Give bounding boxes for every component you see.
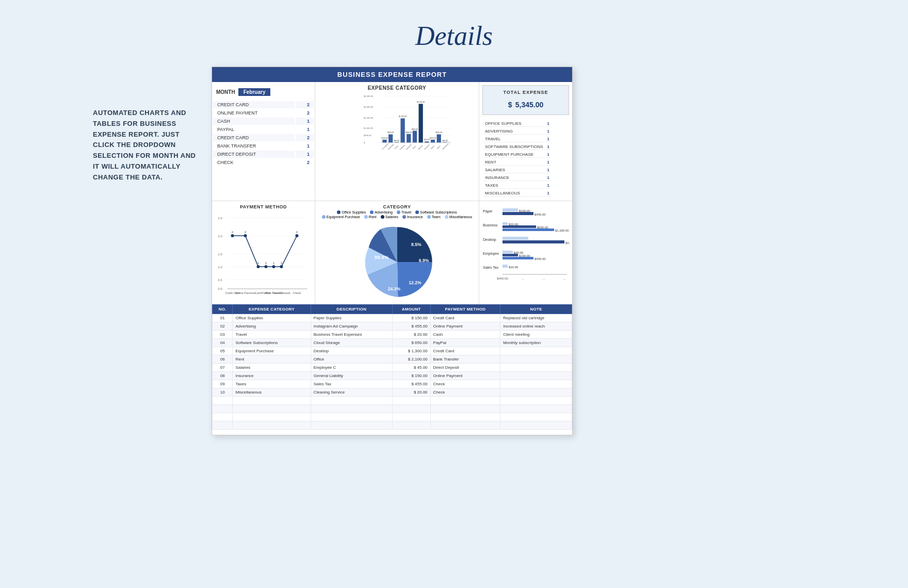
svg-rect-89 — [502, 222, 508, 225]
legend-dot — [397, 210, 400, 214]
payment-name: CASH — [213, 118, 295, 125]
cell-description: Cloud Storage — [311, 339, 392, 347]
payment-count: 2 — [296, 109, 314, 117]
col-no: NO. — [213, 305, 233, 314]
svg-rect-26 — [425, 141, 429, 142]
svg-text:Sales Tax: Sales Tax — [483, 266, 499, 269]
svg-text:$150.00: $150.00 — [381, 137, 387, 139]
svg-text:$-: $- — [364, 141, 366, 144]
legend-item: Software Subscriptions — [415, 210, 457, 214]
main-layout: AUTOMATED CHARTS AND TABLES FOR BUSINESS… — [93, 67, 815, 435]
svg-rect-28 — [431, 140, 435, 143]
table-row: 10 Miscellaneous Cleaning Service $ 20.0… — [213, 388, 572, 397]
cell-no: 07 — [213, 364, 233, 372]
cell-no: 04 — [213, 339, 233, 347]
svg-text:...: ... — [563, 277, 565, 280]
total-expense-box: TOTAL EXPENSE $ 5,345.00 — [482, 85, 569, 115]
category-name: EQUIPMENT PURCHASE — [483, 151, 545, 158]
col-description: DESCRIPTION — [311, 305, 392, 314]
payment-name: CREDIT CARD — [213, 101, 295, 108]
report-container: BUSINESS EXPENSE REPORT MONTH February C… — [212, 67, 573, 435]
payment-count: 2 — [296, 101, 314, 108]
category-name: RENT — [483, 159, 545, 166]
cell-description: Sales Tax — [311, 380, 392, 388]
cell-description: Employee C — [311, 364, 392, 372]
category-count: 1 — [546, 190, 551, 197]
cell-amount: $ 45.00 — [392, 364, 430, 372]
svg-text:$2,100.00: $2,100.00 — [417, 101, 425, 103]
svg-text:Desktop: Desktop — [483, 238, 496, 242]
report-middle-section: PAYMENT METHOD 2.5 2.0 1.5 1.0 0.5 0.0 — [212, 201, 572, 304]
left-panel: MONTH February CREDIT CARD2ONLINE PAYMEN… — [212, 82, 315, 201]
svg-text:$2,000.00: $2,000.00 — [364, 106, 374, 108]
month-badge[interactable]: February — [238, 88, 271, 96]
cell-amount: $ 20.00 — [392, 388, 430, 397]
legend-item: Rent — [364, 215, 377, 219]
cell-amount: $ 20.00 — [392, 331, 430, 339]
cell-amount: $ 150.00 — [392, 372, 430, 380]
category-row: TRAVEL1 — [483, 136, 551, 142]
svg-rect-86 — [502, 212, 533, 215]
payment-method-title: PAYMENT METHOD — [215, 204, 312, 209]
svg-text:Business: Business — [483, 223, 498, 227]
legend-item: Office Supplies — [337, 210, 366, 214]
svg-text:$500.00: $500.00 — [364, 134, 372, 137]
legend-dot — [402, 215, 406, 219]
svg-text:$455.00: $455.00 — [436, 132, 442, 134]
total-expense-amount: $ 5,345.00 — [487, 97, 564, 110]
col-category: EXPENSE CATEGORY — [233, 305, 311, 314]
sidebar-description: AUTOMATED CHARTS AND TABLES FOR BUSINESS… — [93, 67, 196, 183]
category-count: 1 — [546, 182, 551, 189]
payment-row: CHECK2 — [213, 159, 314, 166]
cell-payment: Direct Deposit — [430, 364, 500, 372]
svg-text:Direct Deposit: Direct Deposit — [272, 291, 290, 294]
svg-text:Employee: Employee — [483, 252, 499, 256]
svg-text:$150.00: $150.00 — [430, 137, 436, 139]
category-count: 1 — [546, 159, 551, 166]
category-row: OFFICE SUPPLIES1 — [483, 120, 551, 127]
legend-label: Travel — [401, 210, 411, 214]
cell-amount: $ 2,100.00 — [392, 355, 430, 364]
right-bar-panel: Paper $150.00 $455.00 Business $20.00 $6… — [479, 201, 572, 304]
category-name: OFFICE SUPPLIES — [483, 120, 545, 127]
legend-dot — [381, 215, 384, 219]
svg-text:$455.00: $455.00 — [387, 132, 394, 134]
svg-point-63 — [296, 234, 299, 237]
svg-text:Salaries: Salaries — [417, 144, 424, 150]
category-row: EQUIPMENT PURCHASE1 — [483, 151, 551, 158]
data-table-section: NO. EXPENSE CATEGORY DESCRIPTION AMOUNT … — [212, 304, 572, 430]
cell-category: Equipment Purchase — [233, 347, 311, 355]
legend-label: Salaries — [385, 215, 398, 219]
payment-name: DIRECT DEPOSIT — [213, 151, 295, 158]
cell-category: Miscellaneous — [233, 388, 311, 397]
right-panel: TOTAL EXPENSE $ 5,345.00 OFFICE SUPPLIES… — [479, 82, 572, 201]
cell-no: 02 — [213, 322, 233, 331]
cell-description: Office — [311, 355, 392, 364]
legend-dot — [445, 215, 448, 219]
svg-text:$455.00: $455.00 — [534, 213, 546, 216]
svg-text:2.5: 2.5 — [218, 217, 223, 220]
table-row-empty — [213, 413, 572, 421]
svg-rect-84 — [502, 208, 518, 211]
col-amount: AMOUNT — [392, 305, 430, 314]
payment-row: PAYPAL1 — [213, 126, 314, 133]
svg-rect-91 — [502, 225, 536, 228]
cell-note — [500, 355, 572, 364]
pie-legend: Office SuppliesAdvertisingTravelSoftware… — [318, 210, 476, 219]
payment-count: 2 — [296, 159, 314, 166]
legend-dot — [415, 210, 419, 214]
cell-no: 06 — [213, 355, 233, 364]
bar-chart-area: $2,500.00 $2,000.00 $1,500.00 $1,000.00 … — [318, 93, 476, 175]
month-label: MONTH — [216, 89, 235, 95]
category-row: SOFTWARE SUBSCRIPTIONS1 — [483, 143, 551, 150]
svg-rect-24 — [419, 104, 423, 142]
category-row: SALARIES1 — [483, 167, 551, 173]
svg-text:$2,1..: $2,1.. — [565, 241, 570, 244]
svg-text:$20.00: $20.00 — [509, 266, 518, 269]
month-row: MONTH February — [212, 86, 315, 100]
cell-no: 03 — [213, 331, 233, 339]
table-row: 07 Salaries Employee C $ 45.00 Direct De… — [213, 364, 572, 372]
category-name: MISCELLANEOUS — [483, 190, 545, 197]
svg-rect-107 — [502, 265, 508, 268]
svg-text:2: 2 — [296, 231, 298, 234]
